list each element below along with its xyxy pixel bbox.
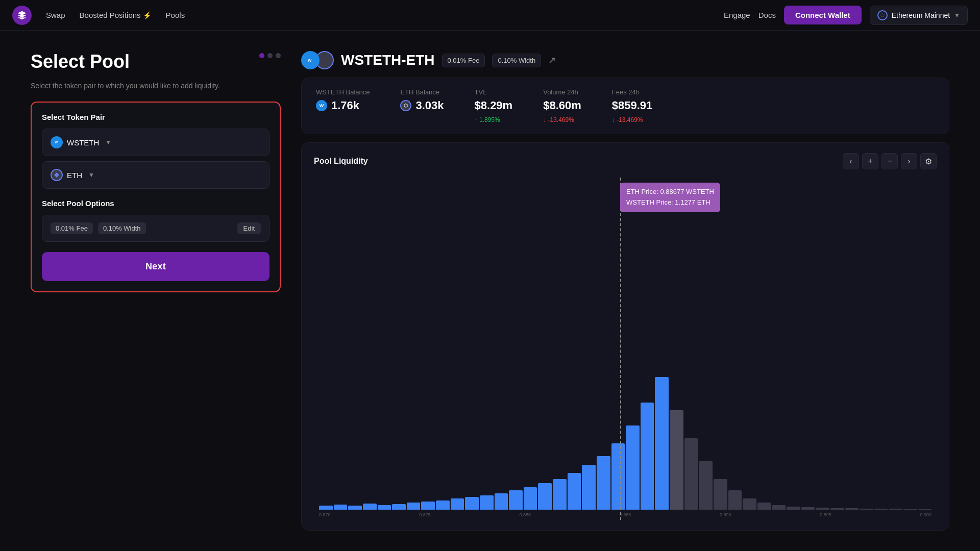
right-panel: W WSTETH-ETH 0.01% Fee 0.10% Width ↗ WST… xyxy=(301,51,949,531)
pool-fee-badge: 0.01% Fee xyxy=(442,54,485,67)
network-selector[interactable]: ⬡ Ethereum Mainnet ▼ xyxy=(870,6,968,25)
chart-prev-button[interactable]: ‹ xyxy=(843,153,859,169)
eth-icon xyxy=(51,169,63,181)
network-label: Ethereum Mainnet xyxy=(892,11,950,19)
tooltip-line2: WSTETH Price: 1.1277 ETH xyxy=(626,197,714,208)
step-dot-1 xyxy=(259,53,264,58)
edit-button[interactable]: Edit xyxy=(237,222,261,234)
token1-dropdown[interactable]: W WSTETH ▼ xyxy=(42,129,270,156)
tvl-change: ↑ 1.895% xyxy=(475,116,513,123)
fees-label: Fees 24h xyxy=(612,88,653,96)
tvl-label: TVL xyxy=(475,88,513,96)
navbar: Swap Boosted Positions ⚡ Pools Engage Do… xyxy=(0,0,980,31)
chart-area: ETH Price: 0.88677 WSTETH WSTETH Price: … xyxy=(314,178,937,520)
width-badge: 0.10% Width xyxy=(98,222,146,234)
eth-balance-value: ⬡ 3.03k xyxy=(400,99,444,112)
chart-bar xyxy=(334,505,348,510)
chart-bar xyxy=(684,438,698,510)
nav-boosted[interactable]: Boosted Positions ⚡ xyxy=(80,11,152,19)
wsteth-icon: W xyxy=(51,136,63,148)
svg-marker-2 xyxy=(54,172,59,178)
page-title: Select Pool xyxy=(31,51,130,72)
nav-pools[interactable]: Pools xyxy=(166,11,185,19)
app-logo[interactable] xyxy=(12,6,32,25)
pool-options-section: Select Pool Options 0.01% Fee 0.10% Widt… xyxy=(42,199,270,242)
liquidity-header: Pool Liquidity ‹ + − › ⚙ xyxy=(314,153,937,169)
select-pool-options-label: Select Pool Options xyxy=(42,199,270,208)
tooltip-line1: ETH Price: 0.88677 WSTETH xyxy=(626,187,714,197)
pool-options-row: 0.01% Fee 0.10% Width Edit xyxy=(42,215,270,242)
chart-bar xyxy=(378,505,391,510)
tvl-value: $8.29m xyxy=(475,99,513,112)
chart-zoom-out-button[interactable]: − xyxy=(881,153,898,169)
chart-bar xyxy=(436,500,450,510)
connect-wallet-button[interactable]: Connect Wallet xyxy=(784,6,862,24)
nav-right: Engage Docs Connect Wallet ⬡ Ethereum Ma… xyxy=(724,6,968,25)
stat-eth-balance: ETH Balance ⬡ 3.03k xyxy=(400,88,444,123)
chart-bar xyxy=(480,495,494,510)
chart-bar xyxy=(495,493,508,510)
bolt-icon: ⚡ xyxy=(143,11,152,19)
chart-bar xyxy=(319,506,333,510)
chart-bar xyxy=(524,487,537,510)
nav-links: Swap Boosted Positions ⚡ Pools xyxy=(46,11,185,19)
stat-tvl: TVL $8.29m ↑ 1.895% xyxy=(475,88,513,123)
pool-liquidity-title: Pool Liquidity xyxy=(314,157,368,166)
eth-balance-label: ETH Balance xyxy=(400,88,444,96)
stats-card: WSTETH Balance W 1.76k ETH Balance ⬡ 3.0… xyxy=(301,78,949,134)
chart-bar xyxy=(597,456,610,510)
pool-header: W WSTETH-ETH 0.01% Fee 0.10% Width ↗ xyxy=(301,51,949,69)
wsteth-balance-value: W 1.76k xyxy=(316,99,370,112)
chart-bar xyxy=(699,461,713,510)
volume-label: Volume 24h xyxy=(543,88,581,96)
chart-bar xyxy=(670,410,683,510)
left-panel: Select Pool Select the token pair to whi… xyxy=(31,51,281,531)
nav-docs[interactable]: Docs xyxy=(758,11,776,19)
step-dot-2 xyxy=(267,53,273,58)
step-dots xyxy=(259,53,281,58)
chart-tooltip: ETH Price: 0.88677 WSTETH WSTETH Price: … xyxy=(620,183,720,212)
fees-value: $859.91 xyxy=(612,99,653,112)
stat-fees: Fees 24h $859.91 ↓ -13.469% xyxy=(612,88,653,123)
page-subtitle: Select the token pair to which you would… xyxy=(31,81,281,91)
chart-bar xyxy=(421,502,435,510)
chart-zoom-in-button[interactable]: + xyxy=(862,153,878,169)
chevron-down-icon: ▼ xyxy=(954,12,960,19)
token1-label: WSTETH xyxy=(67,138,99,147)
chart-bar xyxy=(407,503,421,510)
chart-bar xyxy=(611,443,625,510)
wsteth-balance-label: WSTETH Balance xyxy=(316,88,370,96)
fees-change: ↓ -13.469% xyxy=(612,116,653,123)
chart-bar xyxy=(626,425,640,510)
nav-swap[interactable]: Swap xyxy=(46,11,65,19)
chart-settings-button[interactable]: ⚙ xyxy=(920,153,937,169)
x-axis: 0.870 0.875 0.880 0.885 0.890 0.895 0.90… xyxy=(314,510,937,520)
chart-bar xyxy=(743,498,756,510)
chart-bar xyxy=(772,505,786,510)
main-content: Select Pool Select the token pair to whi… xyxy=(0,31,980,551)
fee-badge: 0.01% Fee xyxy=(51,222,93,234)
nav-engage[interactable]: Engage xyxy=(724,11,750,19)
pool-icons: W xyxy=(301,51,334,69)
ethereum-icon: ⬡ xyxy=(877,10,888,20)
wsteth-stat-icon: W xyxy=(316,100,327,111)
stat-volume: Volume 24h $8.60m ↓ -13.469% xyxy=(543,88,581,123)
chart-next-button[interactable]: › xyxy=(901,153,917,169)
chart-bar xyxy=(451,498,464,510)
chart-bar xyxy=(757,503,771,510)
pool-name: WSTETH-ETH xyxy=(341,52,435,68)
chart-bars xyxy=(314,367,937,510)
chart-bar xyxy=(714,479,727,510)
pool-width-badge: 0.10% Width xyxy=(492,54,541,67)
chart-bar xyxy=(509,490,523,510)
token2-dropdown[interactable]: ETH ▼ xyxy=(42,161,270,189)
next-button[interactable]: Next xyxy=(42,252,270,281)
chart-bar xyxy=(348,506,362,510)
chart-bar xyxy=(641,403,654,510)
chevron-down-icon: ▼ xyxy=(105,139,111,146)
liquidity-card: Pool Liquidity ‹ + − › ⚙ ETH Price: 0.88… xyxy=(301,142,949,531)
chart-bar xyxy=(465,497,479,510)
external-link-icon[interactable]: ↗ xyxy=(548,55,556,66)
stat-wsteth-balance: WSTETH Balance W 1.76k xyxy=(316,88,370,123)
chart-bar xyxy=(363,504,377,510)
